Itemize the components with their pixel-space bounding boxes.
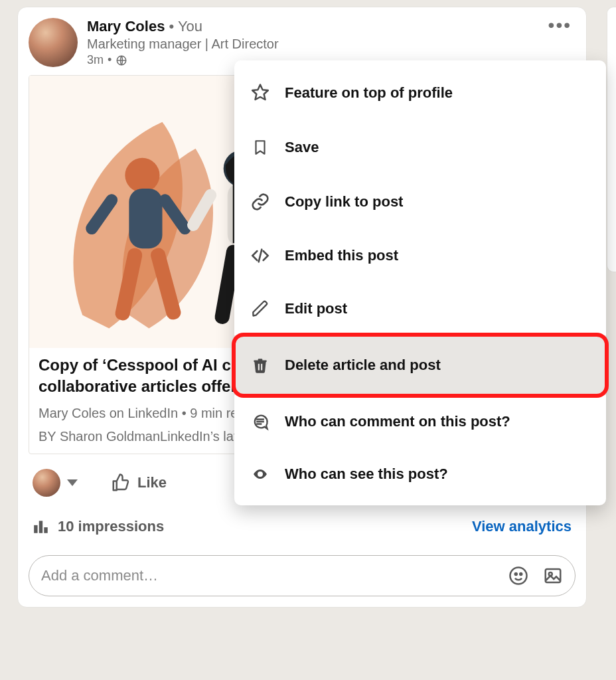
post-header: Mary Coles • You Marketing manager | Art… — [29, 18, 576, 67]
globe-icon — [116, 54, 127, 66]
star-icon — [250, 83, 270, 103]
trash-icon — [250, 355, 270, 375]
view-analytics-link[interactable]: View analytics — [472, 518, 572, 535]
svg-point-22 — [510, 567, 527, 584]
post-options-menu: Feature on top of profile Save Copy link… — [234, 60, 606, 505]
menu-edit-post[interactable]: Edit post — [234, 282, 606, 335]
speech-icon — [250, 412, 270, 431]
menu-label: Embed this post — [285, 247, 398, 264]
author-block: Mary Coles • You Marketing manager | Art… — [87, 18, 544, 67]
impressions-text: 10 impressions — [58, 518, 164, 535]
menu-embed[interactable]: Embed this post — [234, 229, 606, 282]
svg-point-23 — [515, 573, 517, 575]
like-label: Like — [137, 474, 167, 491]
author-avatar[interactable] — [29, 18, 78, 67]
svg-rect-30 — [261, 364, 262, 371]
menu-label: Delete article and post — [285, 357, 441, 374]
react-avatar — [33, 469, 60, 497]
menu-label: Save — [285, 139, 319, 156]
menu-who-can-comment[interactable]: Who can comment on this post? — [234, 395, 606, 448]
svg-rect-20 — [39, 521, 42, 533]
dot: • — [108, 53, 112, 67]
emoji-icon[interactable] — [508, 566, 528, 586]
menu-label: Who can see this post? — [285, 466, 448, 483]
author-relation: • You — [169, 18, 203, 35]
menu-label: Copy link to post — [285, 193, 403, 211]
menu-label: Feature on top of profile — [285, 84, 453, 102]
svg-point-31 — [259, 473, 262, 475]
svg-rect-3 — [129, 189, 162, 248]
svg-rect-19 — [34, 525, 37, 533]
menu-feature-on-profile[interactable]: Feature on top of profile — [234, 66, 606, 120]
post-time-text: 3m — [87, 53, 104, 67]
bookmark-icon — [250, 137, 270, 157]
react-as-selector[interactable] — [33, 469, 78, 497]
comment-input[interactable]: Add a comment… — [29, 555, 576, 596]
like-button[interactable]: Like — [111, 473, 167, 493]
pencil-icon — [250, 299, 270, 318]
author-line: Mary Coles • You — [87, 18, 544, 35]
author-headline: Marketing manager | Art Director — [87, 37, 544, 52]
code-icon — [250, 246, 270, 265]
adjacent-card-sliver — [607, 7, 616, 272]
post-more-button[interactable]: ••• — [544, 18, 576, 33]
comment-placeholder: Add a comment… — [41, 567, 508, 584]
menu-who-can-see[interactable]: Who can see this post? — [234, 448, 606, 500]
menu-copy-link[interactable]: Copy link to post — [234, 175, 606, 229]
chevron-down-icon — [67, 479, 78, 486]
eye-icon — [250, 466, 270, 482]
menu-label: Who can comment on this post? — [285, 413, 510, 430]
svg-point-24 — [520, 573, 522, 575]
svg-rect-29 — [258, 364, 260, 371]
svg-rect-28 — [254, 360, 267, 362]
svg-rect-21 — [44, 527, 47, 533]
menu-save[interactable]: Save — [234, 120, 606, 175]
thumbs-up-icon — [111, 473, 131, 493]
bar-chart-icon — [33, 518, 50, 535]
impressions-bar: 10 impressions View analytics — [29, 518, 576, 535]
svg-point-2 — [125, 158, 159, 193]
image-icon[interactable] — [543, 566, 563, 586]
link-icon — [250, 192, 270, 212]
author-name[interactable]: Mary Coles — [87, 18, 165, 35]
post-card: Mary Coles • You Marketing manager | Art… — [17, 7, 587, 608]
menu-delete-article-and-post[interactable]: Delete article and post — [234, 335, 606, 395]
menu-label: Edit post — [285, 300, 347, 317]
svg-rect-25 — [546, 569, 561, 582]
